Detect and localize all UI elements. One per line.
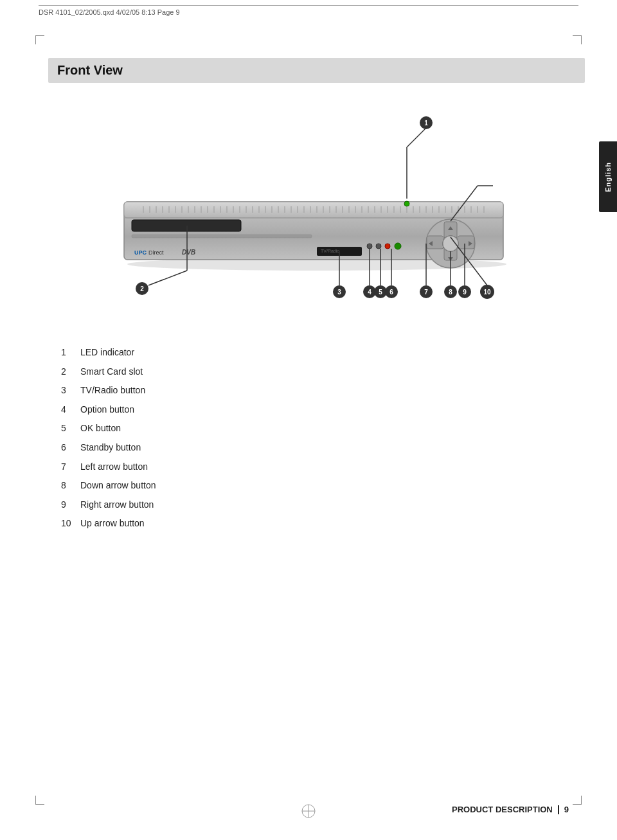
- svg-point-65: [367, 244, 372, 249]
- legend-text-4: Option button: [80, 404, 134, 416]
- svg-text:TV/Radio: TV/Radio: [321, 249, 339, 253]
- svg-rect-59: [132, 235, 312, 238]
- legend-num-7: 7: [61, 461, 80, 474]
- footer-page: 9: [564, 805, 569, 814]
- legend-num-4: 4: [61, 404, 80, 416]
- svg-text:5: 5: [379, 289, 382, 296]
- legend: 1 LED indicator 2 Smart Card slot 3 TV/R…: [61, 346, 585, 530]
- footer-divider: [558, 805, 559, 814]
- main-content: Front View: [48, 58, 585, 537]
- svg-point-68: [395, 243, 401, 249]
- legend-item-6: 6 Standby button: [61, 442, 585, 454]
- svg-text:4: 4: [368, 289, 371, 296]
- legend-text-5: OK button: [80, 422, 121, 435]
- svg-point-67: [385, 244, 390, 249]
- svg-point-80: [404, 201, 409, 206]
- callout-svg: UPC Direct DVB TV/Radio: [92, 102, 542, 327]
- svg-line-86: [148, 271, 187, 285]
- device-illustration: UPC Direct DVB TV/Radio: [92, 102, 542, 327]
- legend-item-10: 10 Up arrow button: [61, 517, 585, 530]
- svg-text:UPC: UPC: [134, 249, 147, 256]
- legend-text-1: LED indicator: [80, 346, 134, 359]
- svg-text:1: 1: [424, 120, 428, 127]
- reg-mark-br: [569, 792, 582, 805]
- legend-num-5: 5: [61, 422, 80, 435]
- file-info: DSR 4101_02/2005.qxd 4/02/05 8:13 Page 9: [39, 8, 578, 16]
- legend-text-8: Down arrow button: [80, 479, 156, 492]
- svg-text:7: 7: [424, 289, 428, 296]
- legend-num-10: 10: [61, 517, 80, 530]
- bottom-center-reg: [299, 801, 318, 821]
- legend-item-5: 5 OK button: [61, 422, 585, 435]
- legend-num-6: 6: [61, 442, 80, 454]
- svg-text:Direct: Direct: [148, 249, 164, 256]
- svg-text:10: 10: [483, 289, 491, 296]
- svg-line-82: [407, 128, 426, 147]
- side-tab: English: [599, 141, 617, 212]
- legend-item-4: 4 Option button: [61, 404, 585, 416]
- legend-text-3: TV/Radio button: [80, 384, 145, 397]
- svg-rect-58: [132, 220, 241, 231]
- legend-text-2: Smart Card slot: [80, 366, 143, 379]
- svg-text:9: 9: [463, 289, 467, 296]
- legend-num-2: 2: [61, 366, 80, 379]
- reg-mark-tl: [35, 35, 48, 48]
- svg-rect-2: [124, 202, 503, 218]
- footer-label: PRODUCT DESCRIPTION: [452, 805, 553, 814]
- svg-text:3: 3: [337, 289, 341, 296]
- legend-num-8: 8: [61, 479, 80, 492]
- header-bar: DSR 4101_02/2005.qxd 4/02/05 8:13 Page 9: [39, 5, 578, 16]
- footer: PRODUCT DESCRIPTION 9: [452, 805, 569, 814]
- side-tab-label: English: [604, 162, 612, 192]
- legend-text-9: Right arrow button: [80, 499, 154, 512]
- svg-rect-73: [458, 236, 474, 249]
- svg-rect-72: [427, 236, 443, 249]
- svg-text:2: 2: [140, 285, 144, 292]
- reg-mark-tr: [569, 35, 582, 48]
- legend-text-7: Left arrow button: [80, 461, 148, 474]
- legend-text-10: Up arrow button: [80, 517, 145, 530]
- section-title-bar: Front View: [48, 58, 585, 83]
- legend-num-9: 9: [61, 499, 80, 512]
- legend-num-1: 1: [61, 346, 80, 359]
- svg-text:DVB: DVB: [182, 249, 195, 256]
- legend-item-9: 9 Right arrow button: [61, 499, 585, 512]
- legend-text-6: Standby button: [80, 442, 141, 454]
- legend-item-3: 3 TV/Radio button: [61, 384, 585, 397]
- reg-mark-bl: [35, 792, 48, 805]
- legend-item-8: 8 Down arrow button: [61, 479, 585, 492]
- svg-text:6: 6: [389, 289, 393, 296]
- svg-text:8: 8: [449, 289, 452, 296]
- legend-item-7: 7 Left arrow button: [61, 461, 585, 474]
- legend-item-2: 2 Smart Card slot: [61, 366, 585, 379]
- legend-num-3: 3: [61, 384, 80, 397]
- svg-point-66: [376, 244, 381, 249]
- section-title: Front View: [57, 63, 123, 77]
- legend-item-1: 1 LED indicator: [61, 346, 585, 359]
